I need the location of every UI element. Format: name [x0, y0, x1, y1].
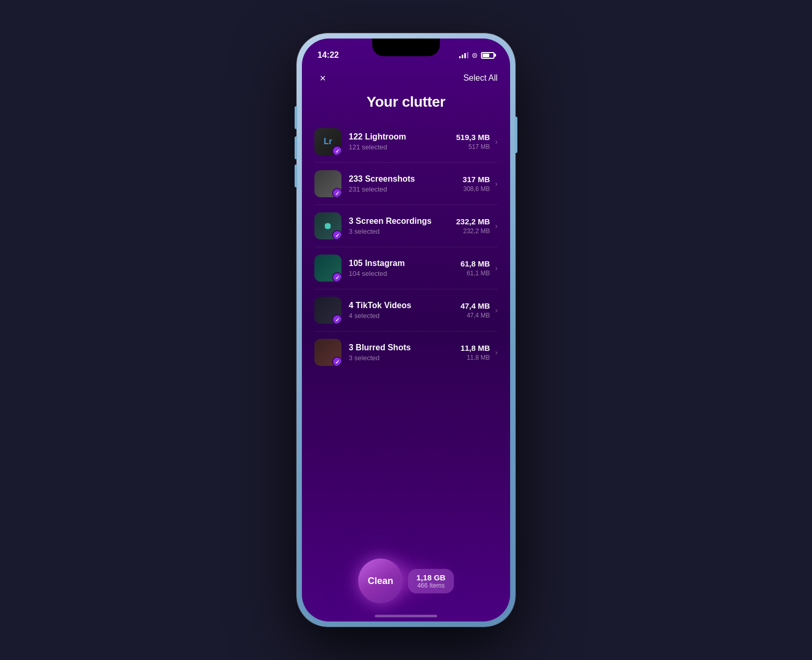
- check-icon: [332, 314, 341, 324]
- item-name: 3 Blurred Shots: [349, 343, 461, 352]
- status-icons: ⊜: [459, 51, 494, 59]
- chevron-right-icon: ›: [495, 222, 498, 230]
- chevron-right-icon: ›: [495, 180, 498, 188]
- item-selected-count: 104 selected: [349, 270, 461, 277]
- item-info: 3 Blurred Shots 3 selected: [349, 343, 461, 362]
- item-size-main: 317 MB: [463, 175, 490, 184]
- item-selected-count: 4 selected: [349, 312, 461, 320]
- page-title: Your clutter: [314, 94, 498, 110]
- status-time: 14:22: [318, 50, 339, 60]
- item-size-main: 47,4 MB: [461, 301, 490, 310]
- close-icon: ×: [320, 73, 326, 83]
- clean-button[interactable]: Clean: [358, 559, 403, 603]
- list-item[interactable]: 4 TikTok Videos 4 selected 47,4 MB 47,4 …: [314, 289, 498, 332]
- bottom-action-area: Clean 1,18 GB 466 Items: [314, 547, 498, 615]
- chevron-right-icon: ›: [495, 137, 498, 146]
- check-icon: [332, 272, 341, 282]
- item-selected-count: 3 selected: [349, 227, 456, 235]
- item-name: 122 Lightroom: [349, 132, 456, 142]
- check-icon: [332, 230, 341, 239]
- check-icon: [332, 357, 341, 366]
- item-size: 47,4 MB 47,4 MB: [461, 301, 490, 319]
- item-size-main: 11,8 MB: [461, 344, 490, 352]
- total-size-badge[interactable]: 1,18 GB 466 Items: [408, 569, 454, 593]
- item-size-main: 519,3 MB: [456, 133, 490, 142]
- item-selected-count: 231 selected: [349, 185, 463, 193]
- item-size: 317 MB 308,6 MB: [463, 175, 490, 193]
- list-item[interactable]: 3 Screen Recordings 3 selected 232,2 MB …: [314, 205, 498, 247]
- item-name: 233 Screenshots: [349, 174, 463, 184]
- total-size: 1,18 GB: [416, 573, 446, 582]
- item-selected-count: 121 selected: [349, 143, 456, 151]
- select-all-button[interactable]: Select All: [463, 73, 498, 83]
- item-size-sub: 11,8 MB: [461, 354, 490, 361]
- item-name: 105 Instagram: [349, 259, 461, 268]
- item-size-main: 61,8 MB: [461, 259, 490, 268]
- item-size-sub: 308,6 MB: [463, 185, 490, 193]
- clutter-list: 122 Lightroom 121 selected 519,3 MB 517 …: [314, 121, 498, 547]
- item-thumbnail-screenshots: [314, 170, 341, 197]
- item-size: 232,2 MB 232,2 MB: [456, 217, 490, 235]
- item-thumbnail-blurred: [314, 339, 341, 366]
- total-items: 466 Items: [416, 582, 446, 589]
- item-info: 3 Screen Recordings 3 selected: [349, 217, 456, 235]
- item-info: 122 Lightroom 121 selected: [349, 132, 456, 151]
- top-nav: × Select All: [314, 65, 498, 90]
- item-thumbnail-tiktok: [314, 297, 341, 324]
- item-thumbnail-lightroom: [314, 128, 341, 155]
- item-size-sub: 47,4 MB: [461, 312, 490, 319]
- home-indicator: [375, 615, 437, 617]
- item-info: 233 Screenshots 231 selected: [349, 174, 463, 193]
- item-size-sub: 517 MB: [456, 143, 490, 150]
- battery-icon: [481, 52, 494, 59]
- chevron-right-icon: ›: [495, 348, 498, 357]
- phone-frame: 14:22 ⊜ × Select All: [297, 33, 515, 627]
- close-button[interactable]: ×: [314, 70, 331, 86]
- notch: [372, 39, 440, 56]
- item-thumbnail-recordings: [314, 212, 341, 239]
- check-icon: [332, 188, 341, 197]
- clean-label: Clean: [368, 576, 394, 587]
- item-selected-count: 3 selected: [349, 354, 461, 362]
- item-size-main: 232,2 MB: [456, 217, 490, 226]
- list-item[interactable]: 233 Screenshots 231 selected 317 MB 308,…: [314, 163, 498, 205]
- phone-screen: 14:22 ⊜ × Select All: [302, 39, 510, 621]
- item-name: 4 TikTok Videos: [349, 301, 461, 310]
- wifi-icon: ⊜: [472, 51, 478, 59]
- item-size: 61,8 MB 61,1 MB: [461, 259, 490, 277]
- item-info: 105 Instagram 104 selected: [349, 259, 461, 277]
- chevron-right-icon: ›: [495, 264, 498, 272]
- list-item[interactable]: 122 Lightroom 121 selected 519,3 MB 517 …: [314, 121, 498, 163]
- item-size: 519,3 MB 517 MB: [456, 133, 490, 150]
- screen-content: × Select All Your clutter 122 Lightroom …: [302, 65, 510, 621]
- signal-icon: [459, 52, 468, 58]
- item-size: 11,8 MB 11,8 MB: [461, 344, 490, 361]
- item-info: 4 TikTok Videos 4 selected: [349, 301, 461, 320]
- check-icon: [332, 146, 341, 155]
- list-item[interactable]: 3 Blurred Shots 3 selected 11,8 MB 11,8 …: [314, 332, 498, 373]
- chevron-right-icon: ›: [495, 306, 498, 314]
- item-size-sub: 61,1 MB: [461, 270, 490, 277]
- item-thumbnail-instagram: [314, 255, 341, 282]
- item-name: 3 Screen Recordings: [349, 217, 456, 226]
- list-item[interactable]: 105 Instagram 104 selected 61,8 MB 61,1 …: [314, 247, 498, 289]
- item-size-sub: 232,2 MB: [456, 227, 490, 235]
